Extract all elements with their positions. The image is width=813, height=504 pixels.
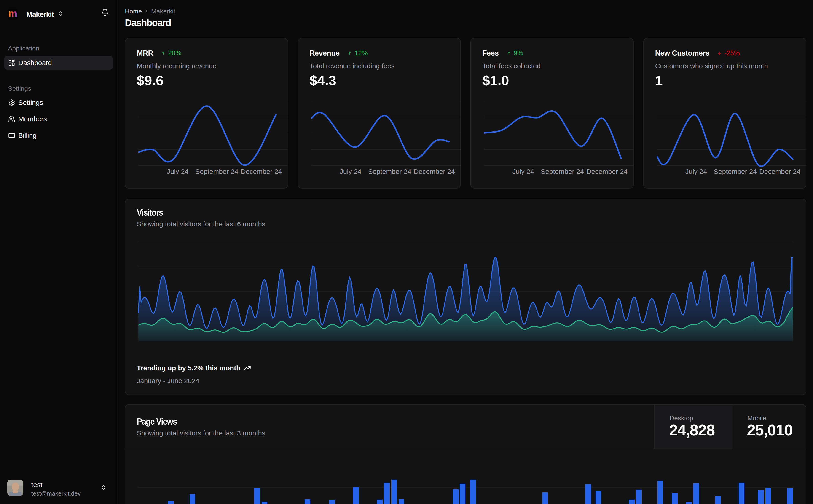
svg-text:September 24: September 24: [368, 168, 411, 175]
svg-text:July 24: July 24: [685, 168, 707, 175]
svg-text:December 24: December 24: [586, 168, 628, 175]
svg-text:July 24: July 24: [512, 168, 534, 175]
svg-text:December 24: December 24: [759, 168, 800, 175]
svg-text:December 24: December 24: [241, 168, 282, 175]
svg-text:July 24: July 24: [340, 168, 361, 175]
svg-text:September 24: September 24: [541, 168, 584, 175]
svg-text:December 24: December 24: [413, 168, 455, 175]
svg-text:September 24: September 24: [195, 168, 238, 175]
svg-text:September 24: September 24: [714, 168, 757, 175]
svg-text:July 24: July 24: [167, 168, 188, 175]
